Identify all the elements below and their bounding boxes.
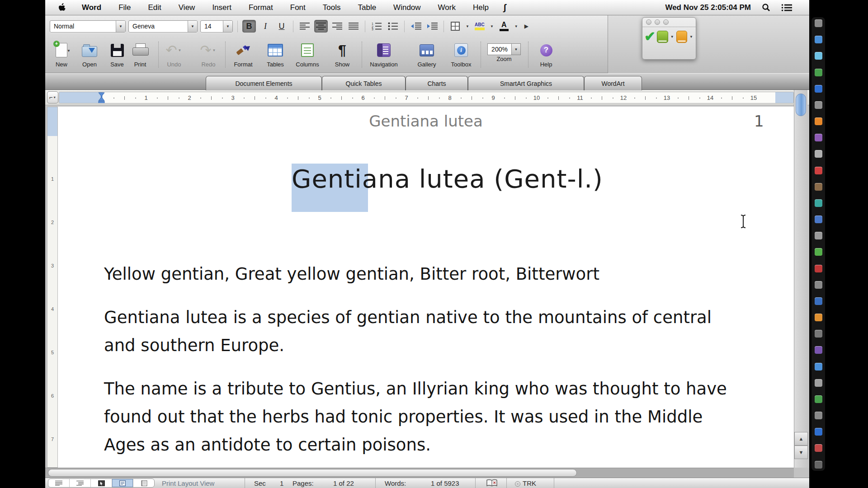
orange-drive-icon[interactable] (676, 31, 688, 43)
columns-button[interactable]: Columns (288, 40, 327, 68)
borders-button[interactable] (448, 20, 462, 33)
menu-format[interactable]: Format (240, 3, 282, 12)
menu-window[interactable]: Window (385, 3, 429, 12)
dock-app-icon-7[interactable] (815, 117, 822, 125)
horizontal-scrollbar-thumb[interactable] (48, 469, 577, 477)
horizontal-ruler[interactable]: 123456789101112131415 (59, 92, 794, 103)
horizontal-scrollbar[interactable] (45, 468, 809, 478)
dock-app-icon-6[interactable] (815, 101, 822, 109)
align-right-button[interactable] (330, 20, 344, 33)
dock-app-icon-21[interactable] (815, 346, 822, 354)
gallery-button[interactable]: Gallery (407, 40, 446, 68)
dock-app-icon-25[interactable] (815, 412, 822, 419)
dock-app-icon-8[interactable] (815, 134, 822, 141)
menubar-clock[interactable]: Wed Nov 25 2:05:04 PM (665, 3, 751, 12)
notebook-layout-view-button[interactable] (133, 479, 154, 487)
dock-app-icon-16[interactable] (815, 265, 822, 272)
dock-app-icon-18[interactable] (815, 297, 822, 305)
toolbox-button[interactable]: i Toolbox (442, 40, 481, 68)
dock-app-icon-13[interactable] (815, 216, 822, 223)
vertical-scrollbar[interactable]: ▲ ▼ (794, 90, 807, 468)
track-changes-indicator[interactable]: TRK (515, 479, 536, 487)
vertical-ruler[interactable]: 1234567 (47, 107, 58, 468)
justify-button[interactable] (347, 20, 360, 33)
tab-charts[interactable]: Charts (406, 76, 468, 90)
spelling-book-icon[interactable] (486, 479, 498, 487)
tab-document-elements[interactable]: Document Elements (206, 76, 322, 90)
words-label[interactable]: Words: (385, 479, 406, 487)
style-combo[interactable]: Normal ▼ (50, 20, 126, 33)
numbered-list-button[interactable]: 123 (370, 20, 383, 33)
menu-edit[interactable]: Edit (140, 3, 170, 12)
highlight-button[interactable]: ABC (473, 20, 486, 33)
dock-app-icon-3[interactable] (815, 52, 822, 60)
dock-app-icon-4[interactable] (815, 69, 822, 76)
font-combo-arrow[interactable]: ▼ (188, 21, 197, 32)
borders-dropdown-arrow[interactable]: ▼ (466, 24, 469, 28)
dock-app-icon-23[interactable] (815, 379, 822, 387)
zoom-window-icon[interactable] (663, 19, 669, 25)
zoom-control[interactable]: 200% ▼ Zoom (481, 40, 527, 62)
dock-app-icon-22[interactable] (815, 363, 822, 371)
navigation-button[interactable]: Navigation (364, 40, 403, 68)
dock-app-icon-24[interactable] (815, 395, 822, 403)
zoom-value[interactable]: 200% (487, 43, 512, 55)
tab-wordart[interactable]: WordArt (584, 76, 642, 90)
dock-app-icon-14[interactable] (815, 232, 822, 239)
highlight-dropdown-arrow[interactable]: ▼ (490, 24, 494, 28)
menu-table[interactable]: Table (349, 3, 385, 12)
document-page[interactable]: Gentiana lutea 1 Gentiana lutea (Gent-l.… (58, 107, 794, 468)
dock-app-icon-11[interactable] (815, 183, 822, 191)
tab-smartart-graphics[interactable]: SmartArt Graphics (468, 76, 584, 90)
dock-app-icon-17[interactable] (815, 281, 822, 289)
draft-view-button[interactable] (48, 479, 70, 487)
spotlight-icon[interactable] (762, 3, 770, 12)
orange-drive-dropdown-arrow[interactable]: ▼ (689, 35, 693, 39)
dock-app-icon-5[interactable] (815, 85, 822, 93)
menu-work[interactable]: Work (429, 3, 464, 12)
list-menu-icon[interactable] (781, 4, 792, 12)
vertical-scrollbar-thumb[interactable] (796, 94, 806, 116)
scroll-up-arrow[interactable]: ▲ (794, 432, 808, 446)
dock-app-icon-15[interactable] (815, 248, 822, 256)
decrease-indent-button[interactable] (409, 20, 423, 33)
menu-help[interactable]: Help (464, 3, 497, 12)
style-combo-arrow[interactable]: ▼ (116, 21, 125, 32)
green-drive-icon[interactable] (657, 31, 668, 43)
increase-indent-button[interactable] (425, 20, 439, 33)
align-center-button[interactable] (314, 20, 328, 33)
menu-file[interactable]: File (110, 3, 139, 12)
align-left-button[interactable] (298, 20, 311, 33)
menu-view[interactable]: View (170, 3, 204, 12)
menu-word[interactable]: Word (73, 3, 110, 12)
size-combo[interactable]: 14 ▼ (200, 20, 233, 33)
dock-app-icon-19[interactable] (815, 314, 822, 321)
words-value[interactable]: 1 of 5923 (431, 479, 459, 487)
dock-app-icon-10[interactable] (815, 167, 822, 174)
italic-button[interactable]: I (259, 20, 272, 33)
minimize-icon[interactable] (655, 19, 660, 25)
dock-app-icon-1[interactable] (815, 19, 822, 27)
palette-titlebar[interactable] (642, 18, 696, 27)
bulleted-list-button[interactable] (386, 20, 400, 33)
dock-app-icon-28[interactable] (815, 461, 822, 469)
print-button[interactable]: Print (121, 40, 160, 68)
green-drive-dropdown-arrow[interactable]: ▼ (670, 35, 674, 39)
view-mode-label[interactable]: Print Layout View (162, 479, 214, 487)
dock-app-icon-20[interactable] (815, 330, 822, 338)
tab-stop-selector[interactable]: ⌐▼ (47, 91, 58, 103)
dock-app-icon-26[interactable] (815, 428, 822, 436)
help-button[interactable]: ? Help (527, 40, 566, 68)
script-menu-icon[interactable]: ∫ (497, 2, 512, 13)
outline-view-button[interactable] (70, 479, 91, 487)
indent-marker[interactable] (98, 92, 105, 103)
menu-font[interactable]: Font (282, 3, 314, 12)
dock-app-icon-12[interactable] (815, 199, 822, 207)
tab-quick-tables[interactable]: Quick Tables (322, 76, 406, 90)
publishing-layout-view-button[interactable] (91, 479, 112, 487)
menu-tools[interactable]: Tools (314, 3, 349, 12)
font-color-dropdown-arrow[interactable]: ▼ (514, 24, 518, 28)
apple-menu[interactable] (52, 3, 73, 12)
print-layout-view-button[interactable] (112, 479, 133, 487)
scroll-down-arrow[interactable]: ▼ (794, 446, 808, 459)
